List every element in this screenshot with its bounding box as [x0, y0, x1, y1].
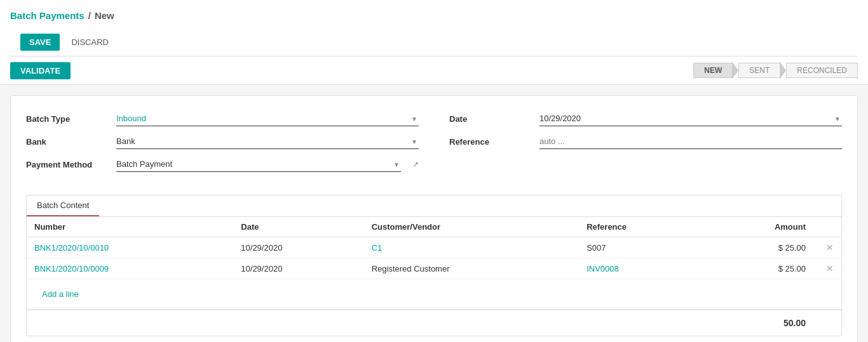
batch-content-table: Number Date Customer/Vendor Reference Am… [27, 217, 841, 310]
row1-number: BNK1/2020/10/0010 [27, 237, 233, 258]
payment-method-field: Batch Payment ▼ [116, 157, 401, 172]
col-amount: Amount [706, 217, 813, 237]
batch-type-field: Inbound Outbound ▼ [116, 111, 419, 126]
save-button[interactable]: SAVE [20, 34, 60, 51]
external-link-icon[interactable]: ↗ [412, 160, 419, 169]
action-bar: SAVE DISCARD [10, 29, 858, 56]
total-row: 50.00 [27, 310, 841, 336]
row1-customer-link[interactable]: C1 [372, 243, 383, 253]
reference-input[interactable] [539, 134, 842, 149]
discard-button[interactable]: DISCARD [65, 34, 115, 51]
add-line-row: Add a line [27, 279, 841, 310]
date-select[interactable]: 10/29/2020 [539, 111, 842, 126]
date-label: Date [449, 114, 532, 124]
form-card: Batch Type Inbound Outbound ▼ Bank [10, 95, 858, 342]
payment-method-row: Payment Method Batch Payment ▼ ↗ [26, 157, 419, 172]
date-row: Date 10/29/2020 ▼ [449, 111, 842, 126]
add-line-button[interactable]: Add a line [34, 284, 86, 304]
date-field: 10/29/2020 ▼ [539, 111, 842, 126]
right-form-section: Date 10/29/2020 ▼ Reference [449, 111, 842, 180]
row2-remove: ✕ [813, 258, 841, 279]
reference-row: Reference [449, 134, 842, 149]
breadcrumb: Batch Payments / New [10, 10, 858, 21]
table-container: Number Date Customer/Vendor Reference Am… [27, 217, 841, 310]
row1-number-link[interactable]: BNK1/2020/10/0010 [34, 243, 109, 253]
add-line-cell: Add a line [27, 279, 841, 310]
bank-select[interactable]: Bank [116, 134, 419, 149]
left-form-section: Batch Type Inbound Outbound ▼ Bank [26, 111, 419, 180]
batch-type-select[interactable]: Inbound Outbound [116, 111, 419, 126]
secondary-bar: VALIDATE NEW SENT RECONCILED [0, 56, 868, 85]
breadcrumb-parent[interactable]: Batch Payments [10, 10, 85, 21]
bank-field: Bank ▼ [116, 134, 419, 149]
status-label-new: NEW [693, 63, 733, 78]
tab-container: Batch Content Number Date Customer/Vendo… [26, 195, 842, 336]
row1-reference: S007 [579, 237, 706, 258]
batch-type-label: Batch Type [26, 114, 109, 124]
breadcrumb-current: New [95, 10, 114, 21]
date-select-wrapper: 10/29/2020 ▼ [539, 111, 842, 126]
payment-method-select-wrapper: Batch Payment ▼ [116, 157, 401, 172]
reference-label: Reference [449, 137, 532, 147]
bank-select-wrapper: Bank ▼ [116, 134, 419, 149]
col-reference: Reference [579, 217, 706, 237]
main-content: Batch Type Inbound Outbound ▼ Bank [0, 85, 868, 342]
total-amount: 50.00 [783, 318, 806, 328]
row2-customer: Registered Customer [364, 258, 579, 279]
table-row: BNK1/2020/10/0010 10/29/2020 C1 S007 $ 2… [27, 237, 841, 258]
status-step-new: NEW [693, 62, 738, 79]
breadcrumb-separator: / [88, 10, 91, 21]
batch-type-select-wrapper: Inbound Outbound ▼ [116, 111, 419, 126]
validate-button[interactable]: VALIDATE [10, 62, 71, 79]
col-number: Number [27, 217, 233, 237]
row1-customer: C1 [364, 237, 579, 258]
row1-date: 10/29/2020 [233, 237, 363, 258]
row1-amount: $ 25.00 [706, 237, 813, 258]
row2-number-link[interactable]: BNK1/2020/10/0009 [34, 264, 109, 273]
table-header-row: Number Date Customer/Vendor Reference Am… [27, 217, 841, 237]
row2-amount: $ 25.00 [706, 258, 813, 279]
payment-method-select[interactable]: Batch Payment [116, 157, 401, 172]
tab-header: Batch Content [27, 195, 841, 217]
status-arrow-sent [780, 62, 786, 79]
status-label-sent: SENT [738, 63, 780, 78]
tab-batch-content[interactable]: Batch Content [27, 195, 99, 216]
status-arrow-new [732, 62, 738, 79]
reference-field [539, 134, 842, 149]
bank-row: Bank Bank ▼ [26, 134, 419, 149]
bank-label: Bank [26, 137, 109, 147]
row2-reference-link[interactable]: INV0008 [587, 264, 619, 273]
status-step-sent: SENT [738, 62, 786, 79]
row2-remove-button[interactable]: ✕ [826, 263, 834, 273]
status-label-reconciled: RECONCILED [786, 63, 858, 78]
status-bar: NEW SENT RECONCILED [693, 62, 858, 79]
table-row: BNK1/2020/10/0009 10/29/2020 Registered … [27, 258, 841, 279]
row2-reference: INV0008 [579, 258, 706, 279]
row1-remove: ✕ [813, 237, 841, 258]
col-date: Date [233, 217, 363, 237]
row2-date: 10/29/2020 [233, 258, 363, 279]
status-step-reconciled: RECONCILED [786, 63, 858, 78]
row2-number: BNK1/2020/10/0009 [27, 258, 233, 279]
batch-type-row: Batch Type Inbound Outbound ▼ [26, 111, 419, 126]
col-customer-vendor: Customer/Vendor [364, 217, 579, 237]
row1-remove-button[interactable]: ✕ [826, 242, 834, 253]
payment-method-label: Payment Method [26, 160, 109, 169]
col-actions [813, 217, 841, 237]
